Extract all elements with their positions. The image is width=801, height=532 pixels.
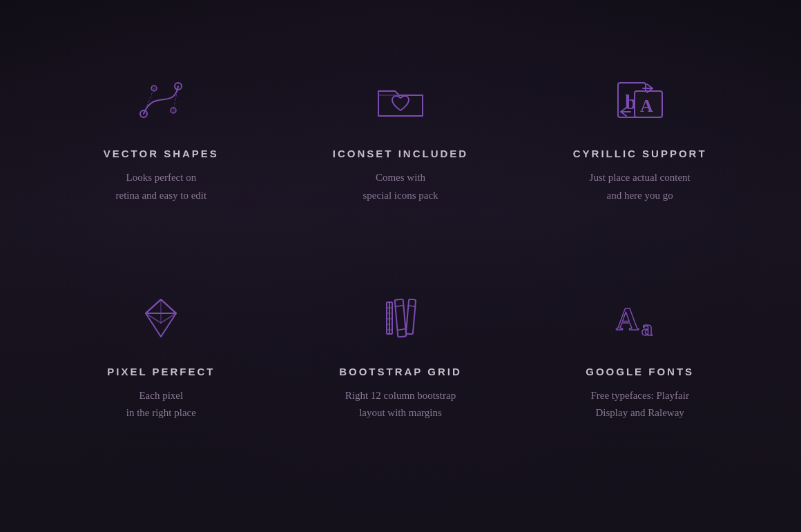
features-grid: VECTOR SHAPES Looks perfect on retina an… [0, 0, 801, 532]
pixel-perfect-title: PIXEL PERFECT [107, 366, 215, 377]
svg-line-13 [161, 313, 176, 323]
cyrillic-support-desc: Just place actual content and here you g… [590, 169, 691, 204]
svg-point-3 [171, 108, 176, 113]
svg-rect-26 [406, 299, 416, 334]
svg-line-4 [144, 88, 154, 114]
pixel-perfect-icon [130, 287, 192, 349]
google-fonts-title: GOOGLE FONTS [586, 366, 694, 377]
cyrillic-support-title: CYRILLIC SUPPORT [573, 148, 707, 159]
pixel-perfect-desc: Each pixel in the right place [126, 387, 196, 422]
vector-shapes-desc: Looks perfect on retina and easy to edit [116, 169, 207, 204]
svg-text:A: A [640, 96, 653, 116]
iconset-included-icon [369, 69, 432, 131]
feature-vector-shapes: VECTOR SHAPES Looks perfect on retina an… [41, 55, 281, 273]
svg-rect-16 [395, 299, 407, 337]
google-fonts-icon: A a [609, 287, 671, 349]
svg-line-17 [395, 305, 403, 306]
svg-text:a: a [641, 315, 653, 340]
google-fonts-desc: Free typefaces: Playfair Display and Ral… [590, 387, 688, 422]
cyrillic-support-icon: b A [609, 69, 671, 131]
svg-point-2 [151, 86, 157, 91]
feature-pixel-perfect: PIXEL PERFECT Each pixel in the right pl… [41, 273, 281, 491]
feature-cyrillic-support: b A CYRILLIC SUPPORT Just place actual c… [520, 55, 760, 273]
iconset-included-title: ICONSET INCLUDED [333, 148, 468, 159]
svg-line-18 [397, 328, 405, 330]
bootstrap-grid-title: BOOTSTRAP GRID [339, 366, 462, 377]
feature-bootstrap-grid: BOOTSTRAP GRID Right 12 column bootstrap… [281, 273, 521, 491]
svg-line-12 [146, 313, 161, 323]
svg-line-27 [408, 305, 415, 306]
iconset-included-desc: Comes with special icons pack [363, 169, 438, 204]
bootstrap-grid-desc: Right 12 column bootstrap layout with ma… [345, 387, 456, 422]
feature-google-fonts: A a GOOGLE FONTS Free typefaces: Playfai… [520, 273, 760, 491]
vector-shapes-icon [130, 69, 192, 131]
bootstrap-grid-icon [369, 287, 432, 349]
vector-shapes-title: VECTOR SHAPES [104, 148, 219, 159]
svg-text:A: A [616, 302, 639, 337]
feature-iconset-included: ICONSET INCLUDED Comes with special icon… [281, 55, 521, 273]
